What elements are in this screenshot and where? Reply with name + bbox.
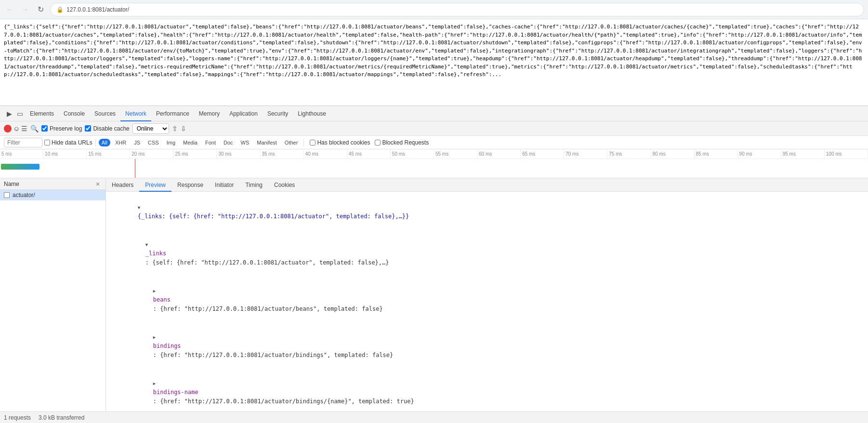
has-blocked-cookies-checkbox[interactable]	[310, 140, 316, 145]
filter-bar: Hide data URLs All XHR JS CSS Img Media …	[0, 136, 868, 149]
search-button[interactable]: 🔍	[30, 125, 39, 132]
detail-tab-headers[interactable]: Headers	[106, 178, 139, 192]
bindings-name-triangle[interactable]	[153, 379, 158, 388]
detail-tabbar: Headers Preview Response Initiator Timin…	[106, 178, 868, 192]
page-json-text: {"_links":{"self":{"href":"http://127.0.…	[4, 24, 862, 78]
name-column-label: Name	[4, 181, 19, 187]
detail-tab-cookies[interactable]: Cookies	[268, 178, 301, 192]
left-panel: Name × actuator/	[0, 178, 106, 411]
bindings-triangle[interactable]	[153, 332, 158, 342]
detail-tab-preview[interactable]: Preview	[139, 178, 171, 192]
transferred-size: 3.0 kB transferred	[39, 414, 84, 421]
preserve-log-label[interactable]: Preserve log	[41, 125, 82, 132]
filter-type-all[interactable]: All	[99, 139, 110, 146]
timeline-ticks: 5 ms 10 ms 15 ms 20 ms 25 ms 30 ms 35 ms…	[0, 149, 868, 159]
tick-95ms: 95 ms	[781, 149, 825, 159]
status-bar: 1 requests 3.0 kB transferred	[0, 411, 868, 423]
network-toolbar: ⎉ ☰ 🔍 Preserve log Disable cache Online …	[0, 121, 868, 136]
disable-cache-checkbox[interactable]	[85, 125, 91, 132]
request-item-icon	[4, 192, 10, 198]
tick-40ms: 40 ms	[304, 149, 347, 159]
tab-performance[interactable]: Performance	[151, 106, 194, 121]
devtools-tabbar: ▶ ▭ Elements Console Sources Network Per…	[0, 106, 868, 121]
disable-cache-text: Disable cache	[93, 125, 129, 132]
tick-100ms: 100 ms	[825, 149, 868, 159]
close-panel-button[interactable]: ×	[94, 180, 102, 188]
root-triangle[interactable]	[138, 203, 143, 212]
has-blocked-cookies-text: Has blocked cookies	[317, 139, 370, 146]
tick-20ms: 20 ms	[130, 149, 173, 159]
filter-type-xhr[interactable]: XHR	[112, 139, 129, 146]
preserve-log-text: Preserve log	[50, 125, 82, 132]
tick-15ms: 15 ms	[87, 149, 130, 159]
preview-content: {_links: {self: {href: "http://127.0.0.1…	[106, 192, 868, 411]
hide-data-urls-label[interactable]: Hide data URLs	[44, 139, 92, 146]
name-column-header: Name ×	[0, 178, 105, 190]
tick-45ms: 45 ms	[347, 149, 391, 159]
tab-lighthouse[interactable]: Lighthouse	[293, 106, 331, 121]
disable-cache-label[interactable]: Disable cache	[85, 125, 129, 132]
tab-network[interactable]: Network	[120, 106, 151, 121]
timeline-request-bar	[1, 164, 39, 170]
filter-type-media[interactable]: Media	[180, 139, 200, 146]
filter-type-font[interactable]: Font	[202, 139, 219, 146]
clear-button[interactable]: ⎉	[14, 125, 18, 132]
throttle-select[interactable]: Online Fast 3G Slow 3G Offline	[132, 123, 169, 134]
blocked-requests-label[interactable]: Blocked Requests	[375, 139, 429, 146]
filter-type-css[interactable]: CSS	[145, 139, 162, 146]
timeline-content	[0, 159, 868, 178]
tab-application[interactable]: Application	[224, 106, 263, 121]
reload-button[interactable]: ↻	[35, 4, 46, 15]
detail-tab-initiator[interactable]: Initiator	[209, 178, 239, 192]
export-button[interactable]: ⇩	[181, 125, 186, 132]
page-content: {"_links":{"self":{"href":"http://127.0.…	[0, 19, 868, 106]
tick-55ms: 55 ms	[434, 149, 477, 159]
tick-85ms: 85 ms	[695, 149, 738, 159]
browser-chrome: ← → ↻ 🔒 127.0.0.1:8081/actuator/	[0, 0, 868, 19]
filter-input[interactable]	[4, 138, 42, 147]
tab-console[interactable]: Console	[59, 106, 90, 121]
device-toggle-button[interactable]: ▭	[14, 108, 25, 119]
tab-elements[interactable]: Elements	[25, 106, 59, 121]
filter-type-ws[interactable]: WS	[238, 139, 252, 146]
back-button[interactable]: ←	[4, 4, 15, 15]
tab-memory[interactable]: Memory	[194, 106, 224, 121]
filter-type-other[interactable]: Other	[282, 139, 301, 146]
tab-sources[interactable]: Sources	[90, 106, 120, 121]
timeline-cursor	[135, 159, 135, 178]
filter-button[interactable]: ☰	[21, 125, 27, 132]
request-list: actuator/	[0, 190, 105, 411]
blocked-requests-checkbox[interactable]	[375, 140, 381, 145]
json-item-beans: beans : {href: "http://127.0.0.1:8081/ac…	[110, 277, 864, 323]
filter-type-doc[interactable]: Doc	[221, 139, 236, 146]
url-text: 127.0.0.1:8081/actuator/	[66, 6, 129, 13]
json-item-bindings: bindings : {href: "http://127.0.0.1:8081…	[110, 323, 864, 370]
tick-50ms: 50 ms	[391, 149, 434, 159]
request-item-actuator[interactable]: actuator/	[0, 190, 105, 200]
hide-data-urls-checkbox[interactable]	[44, 140, 50, 145]
import-button[interactable]: ⇧	[172, 125, 178, 132]
filter-type-manifest[interactable]: Manifest	[254, 139, 280, 146]
detail-tab-response[interactable]: Response	[171, 178, 209, 192]
forward-button[interactable]: →	[19, 4, 31, 15]
tab-security[interactable]: Security	[263, 106, 293, 121]
divider	[95, 139, 96, 146]
requests-count: 1 requests	[4, 414, 31, 421]
beans-triangle[interactable]	[153, 286, 158, 295]
tick-80ms: 80 ms	[651, 149, 694, 159]
inspect-element-button[interactable]: ▶	[4, 108, 14, 119]
blocked-requests-text: Blocked Requests	[382, 139, 429, 146]
record-button[interactable]	[4, 125, 12, 132]
hide-data-urls-text: Hide data URLs	[52, 139, 92, 146]
detail-tab-timing[interactable]: Timing	[239, 178, 268, 192]
filter-type-img[interactable]: Img	[164, 139, 178, 146]
address-bar[interactable]: 🔒 127.0.0.1:8081/actuator/	[50, 3, 864, 16]
tick-10ms: 10 ms	[43, 149, 87, 159]
tick-30ms: 30 ms	[217, 149, 260, 159]
preserve-log-checkbox[interactable]	[41, 125, 48, 132]
has-blocked-cookies-label[interactable]: Has blocked cookies	[310, 139, 370, 146]
tick-90ms: 90 ms	[738, 149, 781, 159]
lock-icon: 🔒	[56, 6, 64, 13]
filter-type-js[interactable]: JS	[131, 139, 143, 146]
links-triangle[interactable]	[145, 240, 150, 249]
